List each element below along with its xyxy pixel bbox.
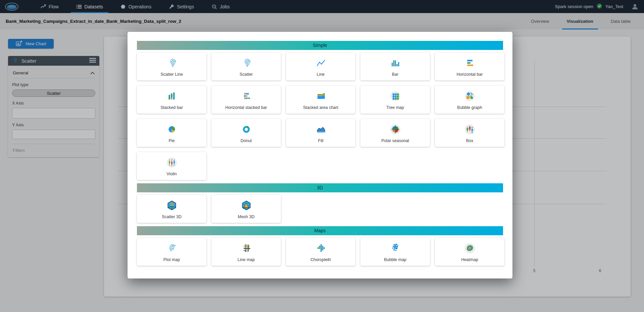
chart-type-label: Fill xyxy=(318,138,324,143)
chart-type-label: Polar seasonal xyxy=(381,138,409,143)
plot-map-icon xyxy=(166,242,178,255)
application-window: FlowDatasetsOperationsSettingsJobs Spark… xyxy=(0,0,644,312)
chart-type-tile-stacked-bar[interactable]: Stacked bar xyxy=(137,86,206,114)
fill-icon xyxy=(315,123,327,136)
chart-type-tile-stacked-area-chart[interactable]: Stacked area chart xyxy=(286,86,355,114)
chart-type-tile-horizontal-bar[interactable]: Horizontal bar xyxy=(435,53,504,80)
chart-type-tile-horizontal-stacked-bar[interactable]: Horizontal stacked bar xyxy=(211,86,281,114)
chart-type-label: Box xyxy=(466,138,474,143)
chart-type-tile-bubble-map[interactable]: Bubble map xyxy=(360,238,430,266)
chart-type-tile-scatter-line[interactable]: Scatter Line xyxy=(137,53,206,80)
bubble-graph-icon xyxy=(464,89,476,103)
chart-type-tile-mesh-3d[interactable]: Mesh 3D xyxy=(211,195,281,223)
chart-type-label: Scatter Line xyxy=(160,72,183,77)
bar-icon xyxy=(390,56,401,70)
chart-type-label: Pie xyxy=(168,138,175,143)
chart-type-label: Horizontal bar xyxy=(457,72,483,77)
chart-type-label: Plot map xyxy=(163,257,180,262)
chart-type-label: Heatmap xyxy=(461,257,478,262)
chart-type-tile-scatter[interactable]: Scatter xyxy=(211,53,281,80)
chart-type-label: Mesh 3D xyxy=(238,214,254,219)
line-map-icon xyxy=(241,242,252,255)
chart-type-label: Bubble graph xyxy=(457,105,482,110)
chart-type-label: Tree map xyxy=(386,105,404,110)
chart-type-tile-box[interactable]: Box xyxy=(435,119,504,147)
scatter-3d-icon xyxy=(166,199,178,212)
section-band-3d: 3D xyxy=(137,183,503,192)
chart-type-label: Donut xyxy=(241,138,252,143)
pie-icon xyxy=(166,123,178,136)
chart-type-tile-line-map[interactable]: Line map xyxy=(211,238,281,266)
section-band-simple: Simple xyxy=(137,41,503,50)
chart-type-label: Stacked area chart xyxy=(303,105,338,110)
chart-type-label: Stacked bar xyxy=(160,105,183,110)
chart-type-label: Line map xyxy=(238,257,255,262)
chart-type-tile-bubble-graph[interactable]: Bubble graph xyxy=(435,86,504,114)
heatmap-icon xyxy=(464,242,476,255)
scatter-icon xyxy=(241,56,252,70)
chart-type-tile-scatter-3d[interactable]: Scatter 3D xyxy=(137,195,206,223)
chart-type-label: Violin xyxy=(166,172,177,176)
chart-type-tile-fill[interactable]: Fill xyxy=(286,119,355,147)
tile-grid-3d: Scatter 3DMesh 3D xyxy=(137,195,503,223)
tree-map-icon xyxy=(389,89,401,103)
chart-type-label: Choropleth xyxy=(310,257,331,262)
chart-type-tile-line[interactable]: Line xyxy=(286,53,355,80)
chart-type-tile-plot-map[interactable]: Plot map xyxy=(137,238,206,266)
chart-type-tile-polar-seasonal[interactable]: Polar seasonal xyxy=(360,119,430,147)
stacked-bar-icon xyxy=(166,89,178,103)
chart-type-label: Line xyxy=(317,72,325,77)
choropleth-icon xyxy=(315,242,327,255)
bubble-map-icon xyxy=(390,242,401,255)
chart-type-label: Bubble map xyxy=(384,257,406,262)
scatter-line-icon xyxy=(166,56,178,70)
chart-type-tile-heatmap[interactable]: Heatmap xyxy=(435,238,504,266)
horizontal-stacked-bar-icon xyxy=(241,89,252,103)
box-icon xyxy=(464,123,476,136)
line-icon xyxy=(315,56,327,70)
mesh-3d-icon xyxy=(240,199,252,212)
chart-type-modal: SimpleScatter LineScatterLineBarHorizont… xyxy=(128,32,512,278)
chart-type-label: Bar xyxy=(392,72,398,77)
polar-seasonal-icon xyxy=(389,123,401,136)
chart-type-tile-bar[interactable]: Bar xyxy=(360,53,430,80)
chart-type-label: Scatter 3D xyxy=(162,214,182,219)
chart-type-tile-violin[interactable]: Violin xyxy=(137,152,206,180)
tile-grid-simple: Scatter LineScatterLineBarHorizontal bar… xyxy=(137,53,503,180)
donut-icon xyxy=(241,123,252,136)
chart-type-tile-donut[interactable]: Donut xyxy=(211,119,281,147)
chart-type-tile-pie[interactable]: Pie xyxy=(137,119,206,147)
violin-icon xyxy=(166,156,178,169)
chart-type-tile-tree-map[interactable]: Tree map xyxy=(360,86,430,114)
chart-type-label: Horizontal stacked bar xyxy=(225,105,267,110)
tile-grid-maps: Plot mapLine mapChoroplethBubble mapHeat… xyxy=(137,238,503,266)
stacked-area-icon xyxy=(315,89,327,103)
chart-type-label: Scatter xyxy=(240,72,253,77)
chart-type-tile-choropleth[interactable]: Choropleth xyxy=(286,238,355,266)
section-band-maps: Maps xyxy=(137,226,503,235)
horizontal-bar-icon xyxy=(464,56,476,70)
